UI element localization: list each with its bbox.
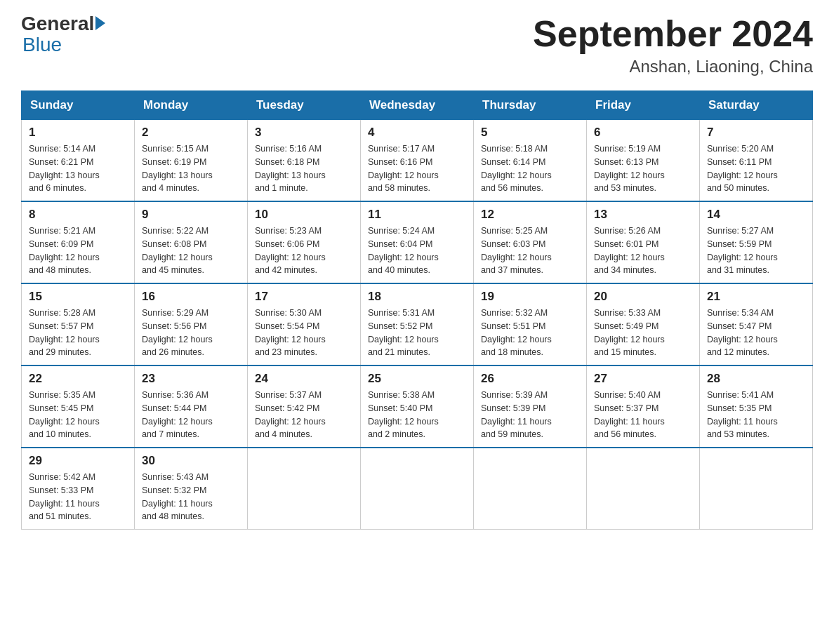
day-number: 9 (142, 208, 240, 222)
day-number: 26 (481, 372, 579, 386)
day-info: Sunrise: 5:32 AM Sunset: 5:51 PM Dayligh… (481, 307, 579, 359)
day-info: Sunrise: 5:18 AM Sunset: 6:14 PM Dayligh… (481, 142, 579, 195)
calendar-day-cell: 2Sunrise: 5:15 AM Sunset: 6:19 PM Daylig… (135, 120, 248, 202)
day-info: Sunrise: 5:24 AM Sunset: 6:04 PM Dayligh… (368, 224, 466, 277)
calendar-week-row: 22Sunrise: 5:35 AM Sunset: 5:45 PM Dayli… (22, 365, 813, 448)
day-number: 8 (29, 208, 127, 222)
day-info: Sunrise: 5:23 AM Sunset: 6:06 PM Dayligh… (255, 224, 353, 277)
day-number: 21 (707, 290, 805, 304)
logo: General Blue (21, 14, 107, 56)
day-info: Sunrise: 5:39 AM Sunset: 5:39 PM Dayligh… (481, 389, 579, 441)
day-number: 1 (29, 126, 127, 140)
weekday-header-wednesday: Wednesday (361, 91, 474, 120)
calendar-day-cell: 9Sunrise: 5:22 AM Sunset: 6:08 PM Daylig… (135, 201, 248, 283)
weekday-header-tuesday: Tuesday (248, 91, 361, 120)
day-info: Sunrise: 5:22 AM Sunset: 6:08 PM Dayligh… (142, 224, 240, 277)
day-info: Sunrise: 5:29 AM Sunset: 5:56 PM Dayligh… (142, 307, 240, 359)
day-number: 4 (368, 126, 466, 140)
day-info: Sunrise: 5:37 AM Sunset: 5:42 PM Dayligh… (255, 389, 353, 441)
calendar-week-row: 8Sunrise: 5:21 AM Sunset: 6:09 PM Daylig… (22, 201, 813, 283)
calendar-day-cell: 30Sunrise: 5:43 AM Sunset: 5:32 PM Dayli… (135, 448, 248, 530)
day-number: 11 (368, 208, 466, 222)
day-number: 27 (594, 372, 692, 386)
calendar-day-cell: 3Sunrise: 5:16 AM Sunset: 6:18 PM Daylig… (248, 120, 361, 202)
day-info: Sunrise: 5:27 AM Sunset: 5:59 PM Dayligh… (707, 224, 805, 277)
calendar-day-cell: 29Sunrise: 5:42 AM Sunset: 5:33 PM Dayli… (22, 448, 135, 530)
day-info: Sunrise: 5:36 AM Sunset: 5:44 PM Dayligh… (142, 389, 240, 441)
calendar-day-cell: 5Sunrise: 5:18 AM Sunset: 6:14 PM Daylig… (474, 120, 587, 202)
calendar-day-cell: 1Sunrise: 5:14 AM Sunset: 6:21 PM Daylig… (22, 120, 135, 202)
logo-blue-text: Blue (22, 34, 62, 55)
day-info: Sunrise: 5:31 AM Sunset: 5:52 PM Dayligh… (368, 307, 466, 359)
weekday-header-monday: Monday (135, 91, 248, 120)
calendar-day-cell: 26Sunrise: 5:39 AM Sunset: 5:39 PM Dayli… (474, 365, 587, 448)
calendar-day-cell (700, 448, 813, 530)
weekday-header-sunday: Sunday (22, 91, 135, 120)
calendar-day-cell: 15Sunrise: 5:28 AM Sunset: 5:57 PM Dayli… (22, 283, 135, 365)
day-number: 5 (481, 126, 579, 140)
title-section: September 2024 Anshan, Liaoning, China (533, 14, 813, 76)
calendar-day-cell: 24Sunrise: 5:37 AM Sunset: 5:42 PM Dayli… (248, 365, 361, 448)
day-info: Sunrise: 5:20 AM Sunset: 6:11 PM Dayligh… (707, 142, 805, 195)
day-number: 6 (594, 126, 692, 140)
day-info: Sunrise: 5:34 AM Sunset: 5:47 PM Dayligh… (707, 307, 805, 359)
day-info: Sunrise: 5:21 AM Sunset: 6:09 PM Dayligh… (29, 224, 127, 277)
day-number: 24 (255, 372, 353, 386)
day-number: 25 (368, 372, 466, 386)
day-info: Sunrise: 5:30 AM Sunset: 5:54 PM Dayligh… (255, 307, 353, 359)
calendar-day-cell: 22Sunrise: 5:35 AM Sunset: 5:45 PM Dayli… (22, 365, 135, 448)
calendar-day-cell: 12Sunrise: 5:25 AM Sunset: 6:03 PM Dayli… (474, 201, 587, 283)
day-number: 7 (707, 126, 805, 140)
page-header: General Blue September 2024 Anshan, Liao… (21, 14, 813, 76)
day-number: 23 (142, 372, 240, 386)
day-number: 15 (29, 290, 127, 304)
calendar-day-cell: 14Sunrise: 5:27 AM Sunset: 5:59 PM Dayli… (700, 201, 813, 283)
day-info: Sunrise: 5:43 AM Sunset: 5:32 PM Dayligh… (142, 471, 240, 523)
calendar-day-cell: 8Sunrise: 5:21 AM Sunset: 6:09 PM Daylig… (22, 201, 135, 283)
day-number: 22 (29, 372, 127, 386)
logo-general-text: General (21, 14, 94, 34)
day-info: Sunrise: 5:26 AM Sunset: 6:01 PM Dayligh… (594, 224, 692, 277)
day-number: 18 (368, 290, 466, 304)
day-number: 13 (594, 208, 692, 222)
day-info: Sunrise: 5:17 AM Sunset: 6:16 PM Dayligh… (368, 142, 466, 195)
calendar-day-cell: 10Sunrise: 5:23 AM Sunset: 6:06 PM Dayli… (248, 201, 361, 283)
day-number: 29 (29, 454, 127, 468)
calendar-day-cell: 11Sunrise: 5:24 AM Sunset: 6:04 PM Dayli… (361, 201, 474, 283)
day-number: 14 (707, 208, 805, 222)
calendar-day-cell: 13Sunrise: 5:26 AM Sunset: 6:01 PM Dayli… (587, 201, 700, 283)
calendar-day-cell: 4Sunrise: 5:17 AM Sunset: 6:16 PM Daylig… (361, 120, 474, 202)
day-info: Sunrise: 5:40 AM Sunset: 5:37 PM Dayligh… (594, 389, 692, 441)
day-info: Sunrise: 5:35 AM Sunset: 5:45 PM Dayligh… (29, 389, 127, 441)
weekday-header-thursday: Thursday (474, 91, 587, 120)
day-number: 17 (255, 290, 353, 304)
day-number: 12 (481, 208, 579, 222)
calendar-table: SundayMondayTuesdayWednesdayThursdayFrid… (21, 90, 813, 530)
weekday-header-friday: Friday (587, 91, 700, 120)
calendar-day-cell: 21Sunrise: 5:34 AM Sunset: 5:47 PM Dayli… (700, 283, 813, 365)
day-info: Sunrise: 5:25 AM Sunset: 6:03 PM Dayligh… (481, 224, 579, 277)
calendar-day-cell: 27Sunrise: 5:40 AM Sunset: 5:37 PM Dayli… (587, 365, 700, 448)
weekday-header-row: SundayMondayTuesdayWednesdayThursdayFrid… (22, 91, 813, 120)
calendar-week-row: 15Sunrise: 5:28 AM Sunset: 5:57 PM Dayli… (22, 283, 813, 365)
day-info: Sunrise: 5:33 AM Sunset: 5:49 PM Dayligh… (594, 307, 692, 359)
day-number: 3 (255, 126, 353, 140)
calendar-day-cell: 16Sunrise: 5:29 AM Sunset: 5:56 PM Dayli… (135, 283, 248, 365)
calendar-day-cell: 7Sunrise: 5:20 AM Sunset: 6:11 PM Daylig… (700, 120, 813, 202)
calendar-day-cell: 19Sunrise: 5:32 AM Sunset: 5:51 PM Dayli… (474, 283, 587, 365)
calendar-week-row: 29Sunrise: 5:42 AM Sunset: 5:33 PM Dayli… (22, 448, 813, 530)
calendar-day-cell: 6Sunrise: 5:19 AM Sunset: 6:13 PM Daylig… (587, 120, 700, 202)
weekday-header-saturday: Saturday (700, 91, 813, 120)
calendar-day-cell: 28Sunrise: 5:41 AM Sunset: 5:35 PM Dayli… (700, 365, 813, 448)
day-info: Sunrise: 5:28 AM Sunset: 5:57 PM Dayligh… (29, 307, 127, 359)
calendar-day-cell: 17Sunrise: 5:30 AM Sunset: 5:54 PM Dayli… (248, 283, 361, 365)
day-info: Sunrise: 5:15 AM Sunset: 6:19 PM Dayligh… (142, 142, 240, 195)
day-number: 28 (707, 372, 805, 386)
day-number: 20 (594, 290, 692, 304)
location-title: Anshan, Liaoning, China (533, 57, 813, 76)
day-info: Sunrise: 5:16 AM Sunset: 6:18 PM Dayligh… (255, 142, 353, 195)
logo-arrow-icon (95, 16, 105, 30)
calendar-day-cell (587, 448, 700, 530)
day-number: 16 (142, 290, 240, 304)
day-number: 30 (142, 454, 240, 468)
